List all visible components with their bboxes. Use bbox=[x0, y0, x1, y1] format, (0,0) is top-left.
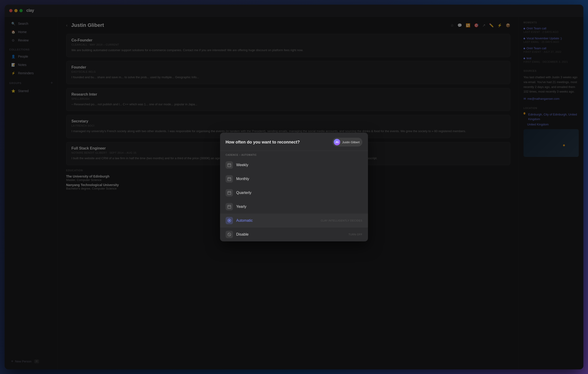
modal-avatar: JG bbox=[334, 139, 340, 145]
yearly-label: Yearly bbox=[236, 205, 246, 209]
main-layout: 🔍 Search 🏠 Home ⊙ Review COLLECTIONS 👤 P… bbox=[5, 17, 583, 369]
modal-overlay[interactable]: How often do you want to reconnect? JG J… bbox=[5, 17, 583, 369]
svg-rect-0 bbox=[228, 164, 231, 167]
reconnect-modal: How often do you want to reconnect? JG J… bbox=[220, 133, 368, 241]
monthly-icon bbox=[226, 175, 233, 183]
yearly-icon bbox=[226, 203, 233, 210]
automatic-icon bbox=[226, 217, 233, 224]
disable-right-label: TURN OFF bbox=[348, 233, 362, 236]
modal-user-badge: JG Justin Glibert bbox=[332, 138, 362, 146]
modal-cadence-label: CADENCE – AUTOMATIC bbox=[220, 151, 368, 158]
svg-point-5 bbox=[229, 220, 230, 221]
monthly-label: Monthly bbox=[236, 177, 249, 181]
disable-icon bbox=[226, 231, 233, 238]
weekly-icon bbox=[226, 161, 233, 169]
modal-option-monthly[interactable]: Monthly bbox=[220, 172, 368, 186]
quarterly-icon bbox=[226, 189, 233, 197]
svg-rect-1 bbox=[228, 177, 231, 181]
svg-rect-2 bbox=[228, 191, 231, 195]
modal-option-disable[interactable]: Disable TURN OFF bbox=[220, 228, 368, 241]
automatic-label: Automatic bbox=[236, 219, 253, 223]
disable-label: Disable bbox=[236, 232, 249, 237]
modal-option-quarterly[interactable]: Quarterly bbox=[220, 186, 368, 200]
automatic-right-label: CLAY INTELLIGENTLY DECIDES bbox=[321, 219, 362, 222]
modal-option-automatic[interactable]: Automatic CLAY INTELLIGENTLY DECIDES bbox=[220, 214, 368, 228]
modal-header: How often do you want to reconnect? JG J… bbox=[220, 133, 368, 151]
modal-option-weekly[interactable]: Weekly bbox=[220, 158, 368, 172]
modal-title: How often do you want to reconnect? bbox=[226, 140, 300, 145]
modal-option-yearly[interactable]: Yearly bbox=[220, 200, 368, 214]
quarterly-label: Quarterly bbox=[236, 191, 252, 195]
modal-user-name: Justin Glibert bbox=[342, 141, 360, 144]
svg-rect-3 bbox=[228, 205, 231, 209]
weekly-label: Weekly bbox=[236, 163, 248, 167]
app-window: clay 🔍 Search 🏠 Home ⊙ Review COLLECTION… bbox=[5, 5, 583, 369]
